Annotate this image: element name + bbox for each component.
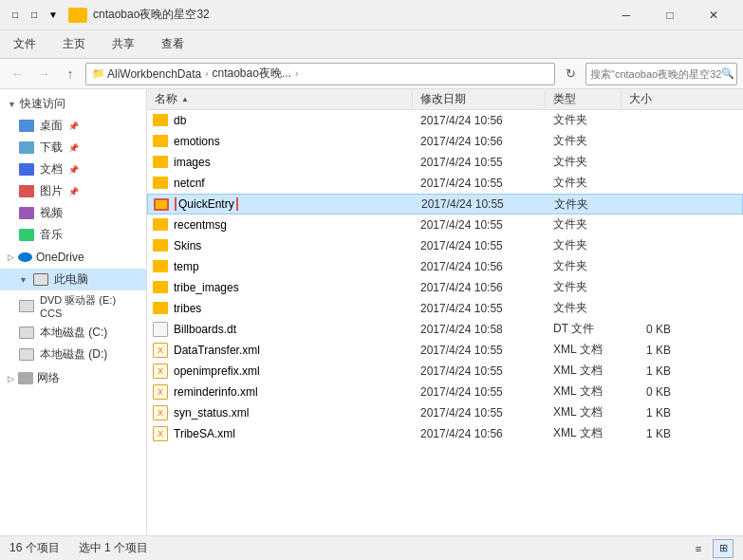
minimize-button[interactable]: ─ [604, 0, 648, 30]
sidebar-network-label: 网络 [37, 370, 60, 386]
col-header-size[interactable]: 大小 [622, 91, 678, 107]
ribbon-tab-file[interactable]: 文件 [0, 30, 49, 58]
ribbon-tab-home[interactable]: 主页 [49, 30, 99, 58]
ribbon-tab-view[interactable]: 查看 [148, 30, 197, 58]
col-type-cell: 文件夹 [546, 216, 622, 233]
title-icon-1: □ [8, 8, 23, 23]
col-header-date[interactable]: 修改日期 [413, 91, 546, 107]
sidebar-item-pictures[interactable]: 图片 📌 [0, 180, 146, 202]
file-row[interactable]: Billboards.dt 2017/4/24 10:58 DT 文件 0 KB [147, 319, 743, 340]
sidebar-item-dvd[interactable]: DVD 驱动器 (E:) CCS [0, 290, 146, 322]
maximize-button[interactable]: □ [648, 0, 692, 30]
sidebar-item-local-c-label: 本地磁盘 (C:) [40, 325, 107, 341]
sidebar-item-videos[interactable]: 视频 [0, 202, 146, 224]
col-date-cell: 2017/4/24 10:55 [413, 344, 546, 357]
col-header-type[interactable]: 类型 [546, 91, 622, 107]
file-name: Billboards.dt [174, 323, 236, 336]
forward-button[interactable]: → [32, 63, 55, 85]
status-bar: 16 个项目 选中 1 个项目 ≡ ⊞ [0, 535, 743, 560]
col-date-cell: 2017/4/24 10:58 [413, 323, 546, 336]
path-segment-1: 📁 AliWorkbenchData [92, 67, 201, 81]
sidebar-quick-access-label: 快速访问 [20, 96, 65, 112]
sidebar-item-local-d[interactable]: 本地磁盘 (D:) [0, 344, 146, 365]
folder-icon [153, 114, 168, 126]
col-type-label: 类型 [553, 92, 576, 105]
search-box[interactable]: 🔍 [585, 63, 737, 85]
col-date-label: 修改日期 [420, 92, 466, 105]
path-folder-icon: 📁 [92, 67, 105, 80]
col-type-cell: XML 文档 [546, 383, 622, 400]
sidebar-item-downloads[interactable]: 下载 📌 [0, 137, 146, 159]
address-path[interactable]: 📁 AliWorkbenchData › cntaobao夜晚... › [85, 63, 555, 85]
col-type-cell: 文件夹 [546, 133, 622, 149]
search-icon[interactable]: 🔍 [721, 67, 734, 80]
file-row[interactable]: Skins 2017/4/24 10:55 文件夹 [147, 235, 743, 256]
this-pc-icon [33, 273, 48, 286]
file-row[interactable]: db 2017/4/24 10:56 文件夹 [147, 110, 743, 131]
col-header-name[interactable]: 名称 ▲ [147, 91, 413, 107]
documents-folder-icon [19, 163, 34, 176]
sidebar-item-desktop[interactable]: 桌面 📌 [0, 115, 146, 137]
file-row[interactable]: tribes 2017/4/24 10:55 文件夹 [147, 298, 743, 319]
status-item-count: 16 个项目 [9, 540, 60, 556]
local-d-drive-icon [19, 348, 34, 361]
path-segment-2: cntaobao夜晚... [213, 65, 291, 82]
file-row[interactable]: images 2017/4/24 10:55 文件夹 [147, 152, 743, 173]
file-row[interactable]: X syn_status.xml 2017/4/24 10:55 XML 文档 … [147, 402, 743, 423]
file-row[interactable]: QuickEntry 2017/4/24 10:55 文件夹 [147, 194, 743, 215]
up-button[interactable]: ↑ [59, 63, 82, 85]
file-name: Skins [174, 239, 201, 252]
col-date-cell: 2017/4/24 10:56 [413, 114, 546, 127]
view-list-button[interactable]: ⊞ [713, 539, 734, 558]
sidebar-item-local-d-label: 本地磁盘 (D:) [40, 346, 107, 363]
col-date-cell: 2017/4/24 10:55 [413, 364, 546, 378]
col-name-cell: emotions [147, 135, 413, 148]
sidebar-onedrive-label: OneDrive [36, 251, 84, 264]
sidebar-item-local-c[interactable]: 本地磁盘 (C:) [0, 322, 146, 344]
col-type-cell: 文件夹 [546, 175, 622, 191]
file-row[interactable]: X TribeSA.xml 2017/4/24 10:56 XML 文档 1 K… [147, 423, 743, 444]
sidebar-quick-access-header[interactable]: ▼ 快速访问 [0, 93, 146, 115]
close-button[interactable]: ✕ [692, 0, 735, 30]
status-selected: 选中 1 个项目 [79, 540, 148, 556]
file-row[interactable]: netcnf 2017/4/24 10:55 文件夹 [147, 173, 743, 194]
sidebar-this-pc-label: 此电脑 [54, 271, 88, 288]
col-size-cell: 0 KB [622, 323, 678, 336]
col-type-cell: XML 文档 [546, 363, 622, 379]
col-date-cell: 2017/4/24 10:55 [413, 406, 546, 420]
file-name: reminderinfo.xml [174, 385, 258, 399]
file-row[interactable]: X reminderinfo.xml 2017/4/24 10:55 XML 文… [147, 382, 743, 402]
xml-file-icon: X [153, 384, 168, 400]
file-row[interactable]: tribe_images 2017/4/24 10:56 文件夹 [147, 277, 743, 298]
folder-icon [153, 281, 168, 293]
sidebar-this-pc-header[interactable]: ▼ 此电脑 [0, 269, 146, 290]
network-icon [18, 372, 33, 384]
sidebar-onedrive-header[interactable]: ▷ OneDrive [0, 248, 146, 267]
back-button[interactable]: ← [6, 63, 28, 85]
sidebar-item-music[interactable]: 音乐 [0, 224, 146, 246]
sidebar-section-quick-access: ▼ 快速访问 桌面 📌 下载 📌 文档 📌 图片 📌 [0, 93, 146, 246]
view-details-button[interactable]: ≡ [688, 539, 709, 558]
file-row[interactable]: emotions 2017/4/24 10:56 文件夹 [147, 131, 743, 152]
file-name: DataTransfer.xml [174, 344, 260, 357]
col-type-cell: 文件夹 [547, 196, 622, 213]
file-row[interactable]: recentmsg 2017/4/24 10:55 文件夹 [147, 215, 743, 235]
title-icon-2: □ [27, 8, 42, 23]
title-text: cntaobao夜晚的星空32 [93, 7, 604, 23]
file-row[interactable]: X openimprefix.xml 2017/4/24 10:55 XML 文… [147, 361, 743, 382]
folder-icon [153, 260, 168, 272]
col-type-cell: 文件夹 [546, 237, 622, 253]
sidebar-network-header[interactable]: ▷ 网络 [0, 367, 146, 389]
file-row[interactable]: temp 2017/4/24 10:56 文件夹 [147, 256, 743, 277]
file-name: netcnf [174, 177, 205, 190]
file-name: emotions [174, 135, 220, 148]
ribbon-tab-share[interactable]: 共享 [99, 30, 148, 58]
col-date-cell: 2017/4/24 10:55 [413, 302, 546, 315]
col-name-cell: X reminderinfo.xml [147, 384, 413, 400]
sidebar-item-documents[interactable]: 文档 📌 [0, 159, 146, 180]
refresh-button[interactable]: ↻ [559, 63, 582, 85]
col-name-cell: tribes [147, 302, 413, 315]
file-row[interactable]: X DataTransfer.xml 2017/4/24 10:55 XML 文… [147, 340, 743, 361]
search-input[interactable] [590, 68, 721, 80]
col-date-cell: 2017/4/24 10:55 [413, 177, 546, 190]
